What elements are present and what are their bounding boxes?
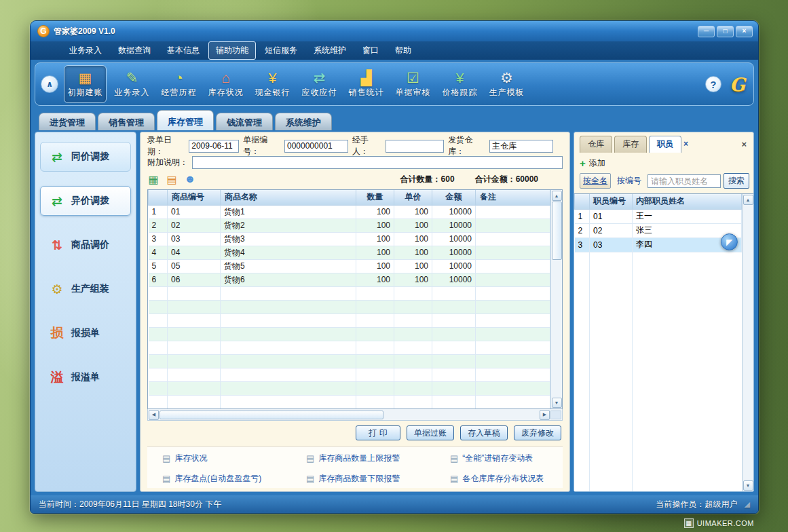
- menu-item[interactable]: 短信服务: [257, 41, 305, 60]
- grid-row[interactable]: 1 01 货物1 100 100 10000: [149, 205, 550, 218]
- employee-row[interactable]: 3 03 李四: [575, 238, 742, 252]
- employee-search-input[interactable]: [648, 174, 721, 188]
- menu-item[interactable]: 业务录入: [62, 41, 109, 60]
- filter-by-code-button[interactable]: 按编号: [614, 173, 645, 189]
- add-row[interactable]: + 添加: [574, 153, 753, 171]
- maximize-button[interactable]: □: [717, 26, 734, 37]
- grid-row[interactable]: [149, 341, 550, 354]
- module-tab[interactable]: 销售管理: [98, 113, 155, 130]
- product-name-cell: 货物5: [221, 259, 356, 273]
- horizontal-scrollbar[interactable]: ◀ ▶: [147, 409, 563, 421]
- menu-item[interactable]: 系统维护: [306, 41, 354, 60]
- grid-row[interactable]: [149, 368, 550, 381]
- sidebar-item[interactable]: 溢 报溢单: [40, 362, 131, 392]
- grid-row[interactable]: [149, 381, 550, 395]
- warehouse-input[interactable]: [489, 140, 553, 153]
- lookup-tab[interactable]: 库存: [614, 136, 647, 153]
- scroll-down-arrow[interactable]: ▼: [743, 480, 753, 491]
- grid-row[interactable]: 4 04 货物4 100 100 10000: [149, 246, 550, 259]
- discard-changes-button[interactable]: 废弃修改: [514, 425, 561, 440]
- toolbar-button[interactable]: ⇄ 应收应付: [298, 65, 341, 103]
- toolbar-button[interactable]: ✎ 业务录入: [111, 65, 153, 103]
- scroll-right-arrow[interactable]: ▶: [540, 410, 550, 420]
- toolbar-button[interactable]: ◔ 经营历程: [157, 65, 200, 103]
- module-tab[interactable]: 库存管理: [157, 110, 214, 130]
- menu-item[interactable]: 窗口: [355, 41, 386, 60]
- scroll-left-arrow[interactable]: ◀: [149, 410, 159, 420]
- report-link[interactable]: ▤ 库存商品数量下限报警: [306, 473, 450, 484]
- help-button[interactable]: ?: [705, 76, 721, 92]
- toolbar-button[interactable]: ▦ 初期建账: [64, 65, 107, 103]
- grid-row[interactable]: [149, 286, 550, 300]
- toolbar-button[interactable]: ⚙ 生产模板: [485, 65, 528, 103]
- order-date-input[interactable]: [189, 140, 239, 153]
- minimize-button[interactable]: ─: [698, 26, 715, 37]
- save-draft-button[interactable]: 存入草稿: [460, 425, 508, 440]
- filter-by-name-button[interactable]: 按全名: [580, 173, 611, 189]
- grid-row[interactable]: [149, 354, 550, 368]
- menu-item[interactable]: 辅助功能: [208, 41, 256, 60]
- search-button[interactable]: 搜索: [724, 173, 749, 189]
- form-tool-icon[interactable]: ☻: [184, 173, 196, 186]
- grid-row[interactable]: 6 06 货物6 100 100 10000: [149, 273, 550, 286]
- toolbar-button[interactable]: ⌂ 库存状况: [204, 65, 247, 103]
- toolbar-button[interactable]: ▟ 销售统计: [345, 65, 388, 103]
- menu-item[interactable]: 基本信息: [160, 41, 207, 60]
- toolbar-icon: ▟: [360, 70, 371, 86]
- grid-row[interactable]: [149, 300, 550, 314]
- grid-row[interactable]: [149, 327, 550, 341]
- vertical-scrollbar[interactable]: ▲ ▼: [550, 190, 562, 408]
- product-name-cell: [221, 381, 356, 395]
- grid-row[interactable]: 2 02 货物2 100 100 10000: [149, 218, 550, 232]
- report-link[interactable]: ▤ 各仓库库存分布状况表: [450, 473, 559, 484]
- lookup-tab[interactable]: 仓库: [580, 136, 612, 153]
- report-link-label: 库存状况: [174, 453, 207, 464]
- toolbar-button[interactable]: ¥ 价格跟踪: [438, 65, 481, 103]
- scroll-down-arrow[interactable]: ▼: [552, 398, 562, 408]
- menu-item[interactable]: 数据查询: [111, 41, 158, 60]
- panel-close-button[interactable]: ×: [738, 139, 749, 149]
- lookup-tab[interactable]: 职员: [649, 136, 681, 153]
- grid-row[interactable]: 5 05 货物5 100 100 10000: [149, 259, 550, 273]
- report-link[interactable]: ▤ “全能”进销存变动表: [450, 453, 559, 464]
- scroll-up-arrow[interactable]: ▲: [743, 195, 753, 205]
- sidebar-item[interactable]: ⇄ 异价调拨: [40, 186, 131, 216]
- vertical-scroll-thumb[interactable]: [552, 202, 562, 260]
- note-input[interactable]: [192, 156, 563, 169]
- grid-row[interactable]: 3 03 货物3 100 100 10000: [149, 232, 550, 246]
- print-button[interactable]: 打 印: [356, 425, 400, 440]
- sidebar-item-icon: ⇄: [50, 193, 64, 209]
- horizontal-scroll-thumb[interactable]: [160, 411, 383, 419]
- module-tab[interactable]: 钱流管理: [216, 113, 273, 130]
- menu-item[interactable]: 帮助: [388, 41, 419, 60]
- employee-row[interactable]: 2 02 张三: [575, 223, 742, 238]
- report-link[interactable]: ▤ 库存商品数量上限报警: [306, 453, 450, 464]
- grid-row[interactable]: [149, 314, 550, 327]
- doc-number-input[interactable]: [284, 140, 348, 153]
- sidebar-item[interactable]: ⇅ 商品调价: [40, 230, 131, 260]
- collapse-toolbar-button[interactable]: ∧: [41, 75, 58, 93]
- resize-grip-icon[interactable]: ◢: [745, 500, 750, 509]
- handler-input[interactable]: [386, 140, 444, 153]
- form-tool-icon[interactable]: ▤: [166, 173, 178, 186]
- toolbar-button[interactable]: ¥ 现金银行: [251, 65, 294, 103]
- grid-row[interactable]: [149, 408, 550, 409]
- note-header: 备注: [476, 190, 550, 205]
- module-tab[interactable]: 系统维护: [275, 113, 332, 130]
- tab-close-icon[interactable]: ×: [681, 139, 691, 150]
- scroll-up-arrow[interactable]: ▲: [552, 191, 562, 201]
- close-button[interactable]: ×: [736, 26, 753, 37]
- sidebar-item[interactable]: 损 报损单: [40, 318, 131, 348]
- grid-row[interactable]: [149, 395, 550, 408]
- employee-vertical-scrollbar[interactable]: ▲ ▼: [742, 194, 753, 491]
- post-document-button[interactable]: 单据过账: [407, 425, 454, 440]
- toolbar-button[interactable]: ☑ 单据审核: [392, 65, 434, 103]
- sidebar-item[interactable]: ⇄ 同价调拨: [40, 142, 131, 172]
- report-link[interactable]: ▤ 库存状况: [162, 453, 306, 464]
- title-bar[interactable]: G 管家婆2009 V1.0 ─ □ ×: [31, 21, 758, 41]
- sidebar-item[interactable]: ⚙ 生产组装: [40, 274, 131, 304]
- report-link[interactable]: ▤ 库存盘点(自动盘盈盘亏): [162, 473, 306, 484]
- form-tool-icon[interactable]: ▦: [147, 173, 160, 186]
- module-tab[interactable]: 进货管理: [39, 113, 96, 130]
- employee-row[interactable]: 1 01 王一: [575, 209, 742, 223]
